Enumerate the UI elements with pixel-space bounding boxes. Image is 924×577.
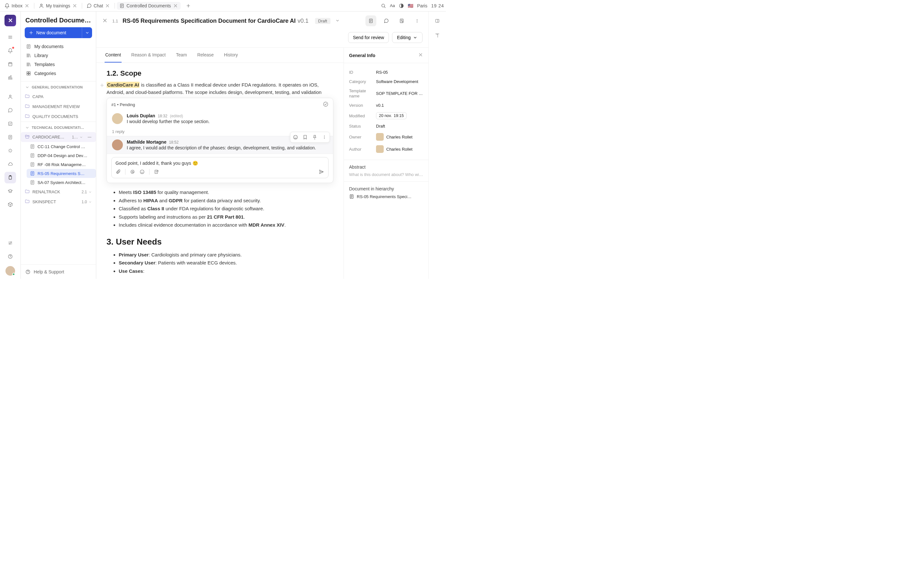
avatar[interactable] [5, 266, 15, 276]
document-body[interactable]: 1.2. Scope CardioCare AI is classified a… [96, 63, 344, 279]
owner[interactable]: Charles Rollet [376, 133, 423, 141]
nav-my-documents[interactable]: My documents [23, 42, 94, 51]
document-header: 1.1 RS-05 Requirements Specification Doc… [96, 11, 428, 30]
chat-icon[interactable] [381, 15, 392, 26]
doc-item-active[interactable]: RS-05 Requirements S… [27, 169, 96, 178]
cube-icon[interactable] [5, 199, 16, 210]
chat-icon [87, 3, 92, 8]
cloud-icon[interactable] [5, 158, 16, 170]
status-badge: Draft [315, 18, 330, 24]
send-icon[interactable] [318, 169, 325, 175]
search-icon[interactable] [381, 3, 386, 8]
nav-categories[interactable]: Categories [23, 69, 94, 78]
doc-icon [120, 3, 124, 8]
profile-icon[interactable] [5, 91, 16, 103]
close-icon[interactable] [24, 3, 29, 8]
help-support[interactable]: Help & Support [21, 264, 96, 279]
tab-trainings[interactable]: My trainings [36, 2, 79, 10]
info-panel: General Info IDRS-05 CategorySoftware De… [344, 48, 428, 279]
abstract-heading: Abstract [349, 164, 423, 169]
right-rail [428, 11, 446, 279]
chevron-down-icon[interactable] [335, 18, 340, 24]
more-icon[interactable] [320, 133, 329, 142]
author[interactable]: Charles Rollet [376, 145, 423, 153]
section-technical[interactable]: TECHNICAL DOCUMENTATI… [21, 121, 96, 132]
chevron-down-icon[interactable] [82, 27, 92, 38]
tab-reason[interactable]: Reason & Impact [131, 48, 166, 63]
add-tab-button[interactable] [184, 2, 192, 10]
add-block-icon[interactable] [99, 83, 105, 89]
resolve-icon[interactable] [323, 101, 328, 108]
flag-icon[interactable]: 🇺🇸 [408, 3, 413, 8]
font-icon[interactable]: Aa [390, 3, 395, 8]
help-icon[interactable] [5, 251, 16, 262]
folder-skinspect[interactable]: SKINSPECT1.0 [21, 197, 96, 207]
editing-mode-button[interactable]: Editing [392, 32, 423, 43]
emoji-icon[interactable] [140, 169, 145, 174]
tab-label: Chat [94, 3, 103, 8]
time-label: 19 24 [431, 3, 444, 8]
close-icon[interactable] [72, 3, 78, 8]
date-pill[interactable]: 20 nov.19:15 [376, 112, 407, 119]
tab-label: Inbox [11, 3, 23, 8]
menu-icon[interactable] [5, 31, 16, 43]
close-icon[interactable] [173, 3, 178, 8]
building-icon[interactable] [5, 72, 16, 83]
tab-content[interactable]: Content [105, 48, 121, 63]
more-icon[interactable] [87, 135, 92, 140]
app-logo[interactable]: ✕ [5, 15, 16, 26]
training-icon[interactable] [5, 185, 16, 197]
tab-documents[interactable]: Controlled Documents [117, 2, 181, 10]
settings-icon[interactable] [5, 237, 16, 249]
calendar-icon[interactable] [5, 58, 16, 70]
tab-release[interactable]: Release [197, 48, 214, 63]
location-label: Paris [417, 3, 427, 8]
doc-item[interactable]: RF -08 Risk Manageme… [27, 160, 96, 169]
contrast-icon[interactable] [399, 3, 404, 8]
review-icon[interactable] [396, 15, 407, 26]
doc-item[interactable]: DDP-04 Design and Dev… [27, 151, 96, 160]
attach-icon[interactable] [115, 169, 121, 174]
info-title: General Info [349, 53, 375, 58]
references-icon[interactable] [433, 31, 442, 40]
chat-icon[interactable] [5, 105, 16, 116]
more-icon[interactable] [412, 15, 423, 26]
sidebar-title: Controlled Docume… [21, 11, 96, 27]
tab-chat[interactable]: Chat [84, 2, 113, 10]
bookmark-icon[interactable] [300, 133, 310, 142]
send-review-button[interactable]: Send for review [348, 32, 389, 43]
sparkle-icon[interactable] [5, 145, 16, 156]
folder-capa[interactable]: CAPA [21, 92, 96, 102]
folder-mgmt-review[interactable]: MANAGEMENT REVIEW [21, 102, 96, 111]
pages-icon[interactable] [5, 131, 16, 143]
close-icon[interactable] [418, 52, 423, 58]
section-general[interactable]: GENERAL DOCUMENTATION [21, 81, 96, 92]
doc-item[interactable]: CC-11 Change Control … [27, 142, 96, 151]
mention-icon[interactable] [130, 169, 135, 174]
folder-cardiocare[interactable]: CARDIOCARE… 1… [21, 132, 96, 142]
abstract-placeholder[interactable]: What is this document about? Who will r [349, 172, 423, 177]
hierarchy-item[interactable]: RS-05 Requirements Speci… [349, 194, 423, 199]
clipboard-icon[interactable] [5, 172, 16, 183]
folder-quality[interactable]: QUALITY DOCUMENTS [21, 111, 96, 121]
tasks-icon[interactable] [5, 118, 16, 129]
doc-view-icon[interactable] [365, 15, 376, 26]
new-document-button[interactable]: New document [25, 27, 92, 38]
doc-item[interactable]: SA-07 System Architect… [27, 178, 96, 187]
sidepanel-icon[interactable] [433, 16, 442, 26]
user-icon [39, 3, 44, 8]
emoji-icon[interactable] [291, 133, 300, 142]
folder-renaltrack[interactable]: RENALTRACK2.1 [21, 187, 96, 197]
addnote-icon[interactable] [154, 169, 159, 174]
close-icon[interactable] [102, 18, 108, 24]
comment-input[interactable]: Good point, I added it, thank you guys 🙂 [111, 157, 328, 178]
tab-inbox[interactable]: Inbox [2, 2, 32, 10]
notifications-icon[interactable] [5, 45, 16, 56]
nav-library[interactable]: Library [23, 51, 94, 60]
tab-history[interactable]: History [223, 48, 239, 63]
hierarchy-heading: Document in hierarchy [349, 186, 423, 191]
tab-team[interactable]: Team [175, 48, 187, 63]
close-icon[interactable] [105, 3, 110, 8]
nav-templates[interactable]: Templates [23, 60, 94, 69]
pin-icon[interactable] [310, 133, 319, 142]
